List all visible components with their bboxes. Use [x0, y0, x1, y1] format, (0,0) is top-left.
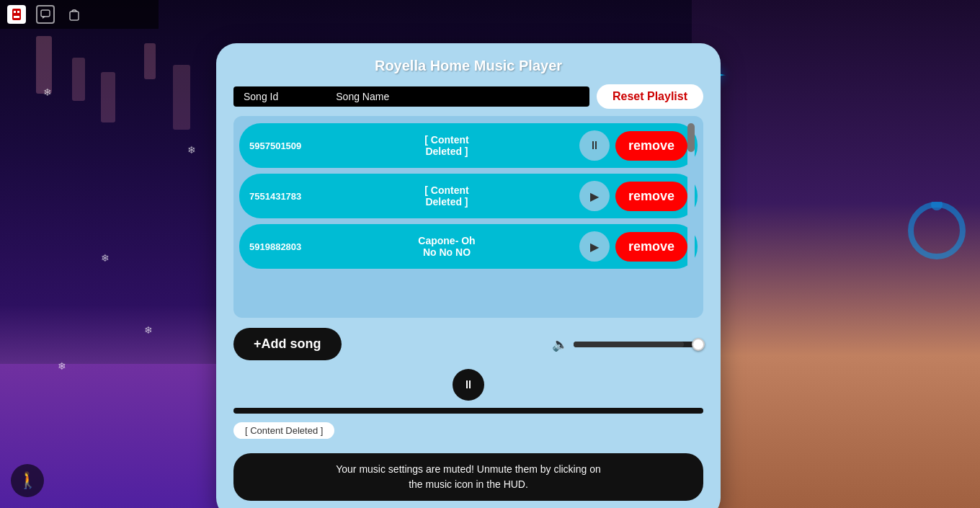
now-playing-section: [ Content Deleted ]	[233, 422, 703, 446]
chat-icon[interactable]	[36, 5, 55, 24]
svg-rect-3	[14, 16, 19, 18]
svg-rect-1	[14, 11, 16, 13]
song-row: 7551431783 [ ContentDeleted ] ▶ remove	[239, 174, 698, 218]
snow-2: ❄	[187, 144, 196, 156]
song-row: 5919882803 Capone- OhNo No NO ▶ remove	[239, 224, 698, 269]
svg-point-8	[931, 202, 943, 210]
song-row: 5957501509 [ ContentDeleted ] ⏸ remove	[239, 123, 698, 168]
song-id-2: 7551431783	[249, 191, 314, 202]
play-button-2[interactable]: ▶	[579, 181, 610, 211]
svg-rect-2	[17, 11, 19, 13]
song-name-2: [ ContentDeleted ]	[320, 184, 574, 208]
svg-rect-0	[12, 9, 21, 20]
snow-5: ❄	[144, 324, 153, 336]
song-id-1: 5957501509	[249, 141, 314, 151]
remove-button-3[interactable]: remove	[615, 232, 687, 262]
pause-icon-1: ⏸	[589, 139, 600, 152]
progress-bar[interactable]	[233, 408, 703, 414]
volume-section: 🔈	[350, 337, 704, 352]
bg-building-2	[72, 58, 85, 101]
bg-building-4	[144, 43, 156, 79]
playlist-container: 5957501509 [ ContentDeleted ] ⏸ remove 7…	[233, 116, 703, 318]
roblox-topbar	[0, 0, 159, 29]
main-pause-section: ⏸	[233, 369, 703, 401]
play-icon-3: ▶	[590, 240, 599, 254]
scrollbar-thumb[interactable]	[687, 123, 695, 152]
bg-building-1	[36, 36, 52, 94]
pause-button-1[interactable]: ⏸	[579, 130, 610, 161]
muted-notice-text: Your music settings are muted! Unmute th…	[336, 463, 601, 490]
snow-1: ❄	[43, 86, 52, 98]
muted-notice: Your music settings are muted! Unmute th…	[233, 453, 703, 501]
bg-building-5	[173, 65, 190, 130]
scrollbar-track	[687, 123, 695, 311]
column-headers: Song Id Song Name	[233, 86, 589, 107]
playlist-wrapper: 5957501509 [ ContentDeleted ] ⏸ remove 7…	[233, 116, 703, 318]
header-row: Song Id Song Name Reset Playlist	[233, 84, 703, 109]
song-name-1: [ ContentDeleted ]	[320, 134, 574, 157]
snow-3: ❄	[101, 252, 110, 264]
svg-rect-6	[70, 12, 79, 20]
main-pause-icon: ⏸	[463, 378, 474, 391]
loop-decoration	[908, 202, 966, 273]
song-name-header: Song Name	[336, 91, 389, 102]
play-button-3[interactable]: ▶	[579, 231, 610, 262]
roblox-logo[interactable]	[7, 5, 26, 24]
volume-fill	[574, 342, 684, 347]
music-player-modal: Royella Home Music Player Song Id Song N…	[216, 43, 721, 508]
now-playing-label: [ Content Deleted ]	[233, 422, 334, 439]
song-id-header: Song Id	[244, 91, 278, 102]
walk-icon[interactable]: 🚶	[11, 464, 44, 497]
song-name-3: Capone- OhNo No NO	[320, 235, 574, 258]
song-id-3: 5919882803	[249, 241, 314, 252]
svg-rect-4	[41, 10, 50, 17]
svg-point-7	[911, 205, 963, 257]
reset-playlist-button[interactable]: Reset Playlist	[597, 84, 703, 109]
play-icon-2: ▶	[590, 190, 599, 203]
volume-icon: 🔈	[552, 337, 568, 352]
bag-icon[interactable]	[65, 5, 84, 24]
snow-4: ❄	[58, 360, 66, 372]
add-song-button[interactable]: +Add song	[233, 328, 342, 360]
remove-button-2[interactable]: remove	[615, 182, 687, 211]
main-pause-button[interactable]: ⏸	[453, 369, 484, 401]
modal-title: Royella Home Music Player	[233, 58, 703, 74]
bg-building-3	[101, 72, 115, 122]
bottom-controls: +Add song 🔈	[233, 328, 703, 360]
volume-knob[interactable]	[692, 338, 705, 351]
remove-button-1[interactable]: remove	[615, 131, 687, 161]
volume-track[interactable]	[574, 342, 703, 347]
